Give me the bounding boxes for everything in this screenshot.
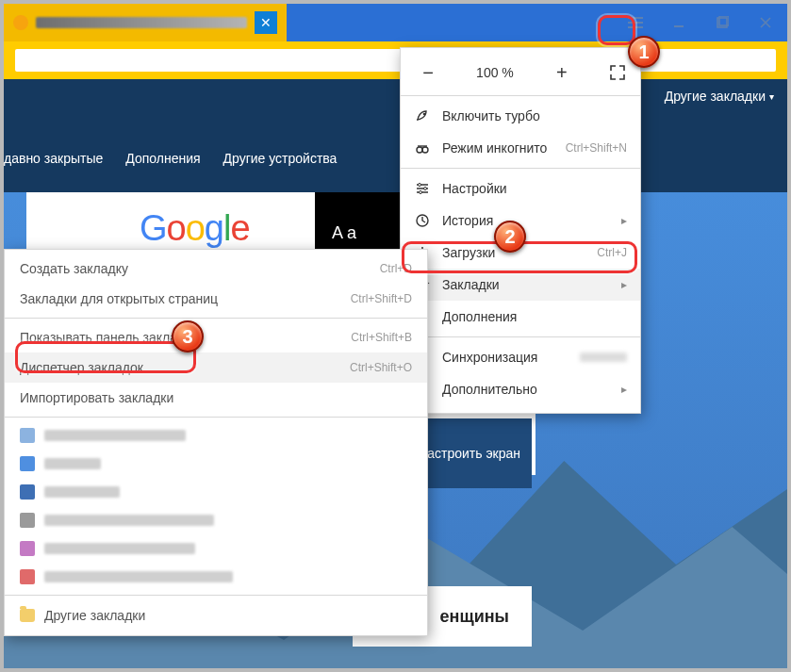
menu-label: Включить турбо <box>442 108 627 123</box>
other-bookmarks-label: Другие закладки <box>665 89 766 104</box>
folder-icon <box>20 609 35 622</box>
news-tail-text: енщины <box>440 607 509 627</box>
zoom-in-button[interactable]: + <box>550 62 574 84</box>
zoom-value: 100 % <box>476 65 514 80</box>
favicon-icon <box>20 569 35 584</box>
tab-close-button[interactable]: ✕ <box>255 11 277 34</box>
tab-title-blurred <box>36 17 247 28</box>
svg-point-7 <box>419 184 421 187</box>
close-window-button[interactable] <box>744 4 787 41</box>
menu-item-addons[interactable]: Дополнения <box>401 301 640 333</box>
svg-point-5 <box>417 147 422 153</box>
hamburger-menu-button[interactable] <box>614 4 657 41</box>
submenu-shortcut: Ctrl+Shift+O <box>350 361 412 374</box>
tab-favicon <box>13 15 28 30</box>
bookmark-entry[interactable] <box>5 421 427 450</box>
sliders-icon <box>414 181 431 196</box>
chevron-right-icon: ▸ <box>621 383 627 396</box>
svg-point-6 <box>422 147 428 153</box>
favicon-icon <box>20 541 35 556</box>
menu-item-sync[interactable]: Синхронизация <box>401 341 640 373</box>
favicon-icon <box>20 456 35 471</box>
rocket-icon <box>414 108 431 123</box>
other-devices-link[interactable]: Другие устройства <box>223 151 338 166</box>
configure-screen-link[interactable]: Настроить экран <box>418 446 520 461</box>
submenu-label: Диспетчер закладок <box>20 360 143 375</box>
bookmark-title-blurred <box>44 543 195 554</box>
maximize-button[interactable] <box>700 4 744 41</box>
submenu-item-bookmark-open-pages[interactable]: Закладки для открытых страниц Ctrl+Shift… <box>5 284 427 314</box>
hamburger-icon <box>627 16 644 29</box>
fullscreen-button[interactable] <box>610 65 625 80</box>
bookmark-title-blurred <box>44 486 120 498</box>
minimize-button[interactable] <box>657 4 700 41</box>
menu-label: Закладки <box>442 277 610 292</box>
chevron-right-icon: ▸ <box>621 214 627 227</box>
menu-label: История <box>442 213 610 228</box>
bookmark-entry[interactable] <box>5 506 427 534</box>
browser-tab[interactable]: ✕ <box>4 4 287 41</box>
bookmark-title-blurred <box>44 430 186 441</box>
svg-point-4 <box>423 113 426 116</box>
submenu-label: Импортировать закладки <box>20 390 173 405</box>
submenu-label: Закладки для открытых страниц <box>20 291 218 306</box>
submenu-label: Создать закладку <box>20 261 128 276</box>
bookmark-title-blurred <box>44 458 101 469</box>
submenu-item-import-bookmarks[interactable]: Импортировать закладки <box>5 383 427 413</box>
clock-icon <box>414 213 431 228</box>
svg-point-9 <box>420 191 422 194</box>
menu-shortcut: Ctrl+J <box>597 246 627 259</box>
menu-label: Синхронизация <box>442 350 569 365</box>
favicon-icon <box>20 428 35 443</box>
chevron-right-icon: ▸ <box>621 278 627 291</box>
bookmark-entry[interactable] <box>5 478 427 506</box>
menu-item-settings[interactable]: Настройки <box>401 172 640 205</box>
address-bar-strip <box>4 41 787 79</box>
zoom-row: − 100 % + <box>401 54 640 91</box>
recently-closed-link[interactable]: давно закрытые <box>4 151 103 166</box>
menu-item-incognito[interactable]: Режим инкогнито Ctrl+Shift+N <box>401 132 640 164</box>
addons-link[interactable]: Дополнения <box>125 151 200 166</box>
submenu-shortcut: Ctrl+D <box>380 262 412 275</box>
annotation-bubble-1: 1 <box>628 36 660 68</box>
favicon-icon <box>20 513 35 528</box>
submenu-item-show-panel[interactable]: Показывать панель закладок Ctrl+Shift+B <box>5 322 427 352</box>
incognito-icon <box>414 140 431 156</box>
bookmark-title-blurred <box>44 571 233 582</box>
submenu-shortcut: Ctrl+Shift+B <box>351 331 412 344</box>
submenu-item-create-bookmark[interactable]: Создать закладку Ctrl+D <box>5 254 427 284</box>
submenu-item-other-bookmarks-folder[interactable]: Другие закладки <box>5 599 427 631</box>
bookmark-title-blurred <box>44 515 214 526</box>
bookmark-entry[interactable] <box>5 563 427 591</box>
menu-item-bookmarks[interactable]: Закладки ▸ <box>401 269 640 301</box>
fullscreen-icon <box>610 65 625 80</box>
zoom-out-button[interactable]: − <box>416 62 440 84</box>
bookmark-entry[interactable] <box>5 534 427 563</box>
svg-point-8 <box>424 188 427 190</box>
submenu-item-bookmark-manager[interactable]: Диспетчер закладок Ctrl+Shift+O <box>5 352 427 383</box>
menu-item-more[interactable]: Дополнительно ▸ <box>401 373 640 405</box>
annotation-bubble-3: 3 <box>172 320 204 352</box>
menu-label: Настройки <box>442 181 627 196</box>
menu-label: Дополнения <box>442 309 627 324</box>
bookmarks-submenu: Создать закладку Ctrl+D Закладки для отк… <box>4 249 428 636</box>
menu-label: Дополнительно <box>442 382 610 397</box>
menu-item-turbo[interactable]: Включить турбо <box>401 100 640 132</box>
annotation-bubble-2: 2 <box>494 221 526 253</box>
other-bookmarks-dropdown[interactable]: Другие закладки ▾ <box>665 89 774 104</box>
menu-label: Режим инкогнито <box>442 140 554 156</box>
google-logo: Google <box>140 208 250 249</box>
submenu-label: Другие закладки <box>44 608 145 623</box>
favicon-icon <box>20 484 35 500</box>
bookmark-entry[interactable] <box>5 450 427 478</box>
chevron-down-icon: ▾ <box>769 91 774 102</box>
submenu-shortcut: Ctrl+Shift+D <box>351 292 412 305</box>
sync-status-blurred <box>580 352 627 362</box>
address-bar[interactable] <box>15 49 776 72</box>
font-scale-label: A a <box>332 223 356 243</box>
menu-shortcut: Ctrl+Shift+N <box>566 141 627 155</box>
